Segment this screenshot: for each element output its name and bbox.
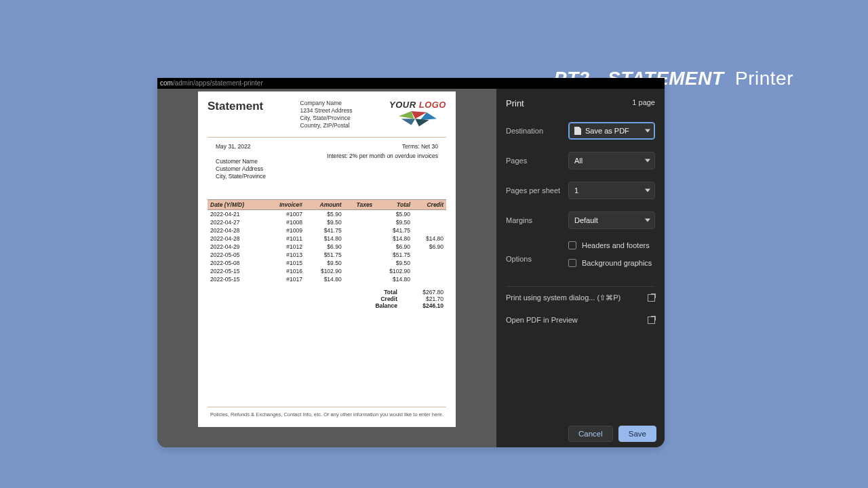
pages-per-sheet-label: Pages per sheet — [506, 186, 568, 195]
svg-marker-4 — [415, 119, 429, 126]
chevron-down-icon — [645, 219, 650, 222]
company-city: City, State/Province — [300, 115, 353, 122]
url-path: /admin/apps/statement-printer — [173, 79, 263, 87]
table-header: Date (Y/M/D) — [208, 200, 264, 210]
background-graphics-checkbox[interactable] — [568, 259, 576, 267]
total-value: $267.80 — [410, 289, 443, 296]
table-row: 2022-04-28#1011$14.80$14.80$14.80 — [208, 235, 446, 243]
table-row: 2022-04-29#1012$6.90$6.90$6.90 — [208, 243, 446, 251]
print-title: Print — [506, 98, 524, 108]
margins-select[interactable]: Default — [568, 211, 655, 229]
statement-table: Date (Y/M/D)Invoice#AmountTaxesTotalCred… — [208, 199, 446, 283]
background-graphics-label: Background graphics — [582, 259, 652, 267]
credit-value: $21.70 — [410, 296, 443, 302]
save-button[interactable]: Save — [618, 426, 656, 442]
svg-marker-0 — [399, 111, 414, 119]
logo-icon — [398, 111, 437, 130]
customer-address: Customer Address — [216, 165, 266, 173]
table-header: Total — [375, 200, 413, 210]
company-country: Country, ZIP/Postal — [300, 122, 353, 129]
page-count: 1 page — [632, 98, 655, 108]
customer-name: Customer Name — [216, 158, 266, 165]
statement-date: May 31, 2022 — [216, 143, 251, 150]
table-header: Invoice# — [264, 200, 305, 210]
table-header: Taxes — [344, 200, 376, 210]
logo-block: YOUR LOGO — [389, 100, 446, 131]
external-link-icon — [648, 317, 655, 324]
destination-select[interactable]: Save as PDF — [568, 122, 655, 140]
document-page: Statement Company Name 1234 Street Addre… — [198, 92, 456, 427]
table-row: 2022-04-21#1007$5.90$5.90 — [208, 210, 446, 219]
company-street: 1234 Street Address — [300, 107, 353, 115]
svg-marker-3 — [401, 119, 416, 125]
pages-select[interactable]: All — [568, 152, 655, 169]
divider — [208, 137, 446, 138]
balance-value: $246.10 — [410, 302, 443, 309]
table-header: Credit — [413, 200, 446, 210]
table-header: Amount — [305, 200, 344, 210]
document-footer: Policies, Refunds & Exchanges, Contact I… — [208, 407, 446, 418]
balance-label: Balance — [363, 302, 397, 309]
table-row: 2022-04-27#1008$9.50$9.50 — [208, 218, 446, 226]
open-pdf-link[interactable]: Open PDF in Preview — [506, 309, 655, 331]
url-bar: com/admin/apps/statement-printer — [157, 78, 665, 89]
headers-footers-checkbox[interactable] — [568, 241, 576, 249]
table-row: 2022-05-15#1017$14.80$14.80 — [208, 275, 446, 283]
customer-block: Customer Name Customer Address City, Sta… — [216, 158, 266, 180]
destination-label: Destination — [506, 127, 568, 135]
pages-per-sheet-select[interactable]: 1 — [568, 182, 655, 199]
print-dialog: Print 1 page Destination Save as PDF Pag… — [496, 89, 665, 447]
chevron-down-icon — [645, 129, 650, 133]
terms: Terms: Net 30 — [402, 143, 438, 150]
totals-block: Total$267.80 Credit$21.70 Balance$246.10 — [208, 289, 446, 309]
print-preview-pane: Statement Company Name 1234 Street Addre… — [157, 89, 496, 447]
chevron-down-icon — [645, 189, 650, 192]
company-name: Company Name — [300, 100, 353, 107]
url-host-fragment: com — [160, 79, 173, 87]
chevron-down-icon — [645, 159, 650, 163]
app-window: com/admin/apps/statement-printer Stateme… — [157, 78, 665, 447]
product-title-rest: Printer — [735, 68, 793, 89]
cancel-button[interactable]: Cancel — [568, 426, 613, 442]
table-row: 2022-05-15#1016$102.90$102.90 — [208, 267, 446, 275]
options-label: Options — [506, 255, 568, 263]
system-dialog-link[interactable]: Print using system dialog... (⇧⌘P) — [506, 286, 655, 309]
table-row: 2022-05-08#1015$9.50$9.50 — [208, 259, 446, 267]
table-row: 2022-04-28#1009$41.75$41.75 — [208, 226, 446, 235]
margins-label: Margins — [506, 216, 568, 224]
company-block: Company Name 1234 Street Address City, S… — [300, 100, 353, 129]
customer-city: City, State/Province — [216, 173, 266, 180]
external-link-icon — [648, 294, 655, 302]
logo-text: YOUR LOGO — [389, 100, 446, 110]
headers-footers-label: Headers and footers — [582, 241, 650, 249]
credit-label: Credit — [363, 296, 397, 302]
statement-title: Statement — [208, 100, 263, 113]
table-row: 2022-05-05#1013$51.75$51.75 — [208, 251, 446, 259]
total-label: Total — [363, 289, 397, 296]
pages-label: Pages — [506, 157, 568, 165]
pdf-icon — [574, 127, 581, 135]
interest-note: Interest: 2% per month on overdue invoic… — [327, 152, 438, 180]
